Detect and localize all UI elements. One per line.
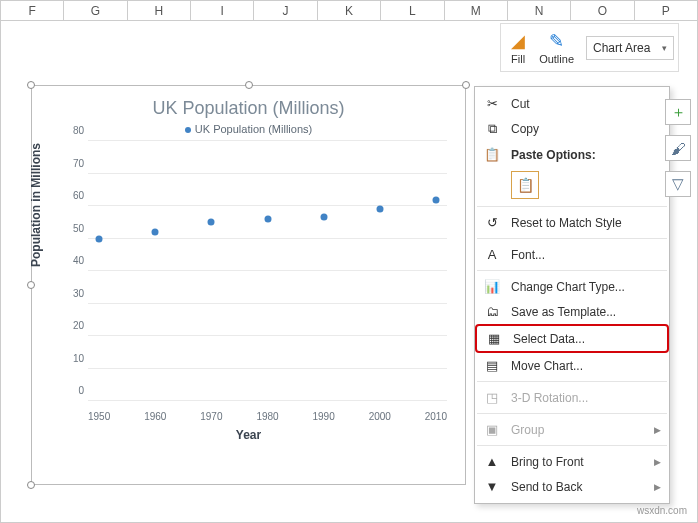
menu-save-template[interactable]: 🗂 Save as Template... <box>475 299 669 324</box>
y-axis-ticks: 0 10 20 30 40 50 60 70 80 <box>58 141 84 401</box>
menu-font[interactable]: A Font... <box>475 242 669 267</box>
paste-option-button[interactable]: 📋 <box>511 171 539 199</box>
chevron-right-icon: ▶ <box>654 425 661 435</box>
chevron-down-icon: ▾ <box>662 43 667 53</box>
menu-move-chart[interactable]: ▤ Move Chart... <box>475 353 669 378</box>
chart-legend[interactable]: UK Population (Millions) <box>32 123 465 135</box>
col-header[interactable]: O <box>571 1 634 20</box>
menu-label: Copy <box>511 122 539 136</box>
col-header[interactable]: L <box>381 1 444 20</box>
x-tick: 1980 <box>256 411 278 422</box>
y-tick: 50 <box>73 222 84 233</box>
legend-marker-icon <box>185 127 191 133</box>
y-tick: 0 <box>78 385 84 396</box>
col-header[interactable]: H <box>128 1 191 20</box>
data-point[interactable] <box>376 206 383 213</box>
menu-reset-style[interactable]: ↺ Reset to Match Style <box>475 210 669 235</box>
data-point[interactable] <box>152 229 159 236</box>
x-tick: 1990 <box>313 411 335 422</box>
rotation-icon: ◳ <box>483 390 501 405</box>
menu-copy[interactable]: ⧉ Copy <box>475 116 669 142</box>
chart-title[interactable]: UK Population (Millions) <box>32 98 465 119</box>
col-header[interactable]: N <box>508 1 571 20</box>
x-tick: 1970 <box>200 411 222 422</box>
col-header[interactable]: P <box>635 1 697 20</box>
chart-filters-button[interactable]: ▽ <box>665 171 691 197</box>
menu-label: 3-D Rotation... <box>511 391 588 405</box>
legend-label: UK Population (Millions) <box>195 123 312 135</box>
col-header[interactable]: I <box>191 1 254 20</box>
chart-type-icon: 📊 <box>483 279 501 294</box>
menu-group: ▣ Group ▶ <box>475 417 669 442</box>
menu-label: Reset to Match Style <box>511 216 622 230</box>
y-tick: 80 <box>73 125 84 136</box>
x-tick: 1950 <box>88 411 110 422</box>
data-point[interactable] <box>208 219 215 226</box>
menu-label: Font... <box>511 248 545 262</box>
resize-handle[interactable] <box>27 81 35 89</box>
menu-bring-to-front[interactable]: ▲ Bring to Front ▶ <box>475 449 669 474</box>
y-tick: 40 <box>73 255 84 266</box>
data-point[interactable] <box>320 214 327 221</box>
fill-button[interactable]: ◢ Fill <box>505 28 531 67</box>
y-tick: 10 <box>73 352 84 363</box>
template-icon: 🗂 <box>483 304 501 319</box>
menu-label: Cut <box>511 97 530 111</box>
y-axis-title[interactable]: Population in Millions <box>29 125 43 285</box>
menu-label: Change Chart Type... <box>511 280 625 294</box>
menu-label: Paste Options: <box>511 148 596 162</box>
select-data-icon: ▦ <box>485 331 503 346</box>
outline-label: Outline <box>539 53 574 65</box>
move-chart-icon: ▤ <box>483 358 501 373</box>
chart-area-label: Chart Area <box>593 41 650 55</box>
menu-cut[interactable]: ✂ Cut <box>475 91 669 116</box>
col-header[interactable]: M <box>445 1 508 20</box>
paste-icon: 📋 <box>483 147 501 162</box>
data-point[interactable] <box>264 216 271 223</box>
chart-styles-button[interactable]: 🖌 <box>665 135 691 161</box>
x-axis-title[interactable]: Year <box>32 428 465 442</box>
x-tick: 2000 <box>369 411 391 422</box>
x-tick: 1960 <box>144 411 166 422</box>
menu-send-to-back[interactable]: ▼ Send to Back ▶ <box>475 474 669 499</box>
font-icon: A <box>483 247 501 262</box>
outline-button[interactable]: ✎ Outline <box>533 28 580 67</box>
y-tick: 20 <box>73 320 84 331</box>
x-axis-ticks: 1950 1960 1970 1980 1990 2000 2010 <box>88 411 447 422</box>
outline-icon: ✎ <box>549 30 564 52</box>
data-point[interactable] <box>95 235 102 242</box>
reset-icon: ↺ <box>483 215 501 230</box>
data-point[interactable] <box>433 196 440 203</box>
context-menu: ✂ Cut ⧉ Copy 📋 Paste Options: 📋 ↺ Reset … <box>474 86 670 504</box>
resize-handle[interactable] <box>245 81 253 89</box>
menu-label: Group <box>511 423 544 437</box>
col-header[interactable]: J <box>254 1 317 20</box>
x-tick: 2010 <box>425 411 447 422</box>
chart-object[interactable]: UK Population (Millions) UK Population (… <box>31 85 466 485</box>
copy-icon: ⧉ <box>483 121 501 137</box>
menu-3d-rotation: ◳ 3-D Rotation... <box>475 385 669 410</box>
send-back-icon: ▼ <box>483 479 501 494</box>
chart-side-tools: ＋ 🖌 ▽ <box>665 99 691 197</box>
group-icon: ▣ <box>483 422 501 437</box>
y-tick: 30 <box>73 287 84 298</box>
y-tick: 60 <box>73 190 84 201</box>
fill-icon: ◢ <box>511 30 525 52</box>
chart-area-selector[interactable]: Chart Area ▾ <box>586 36 674 60</box>
resize-handle[interactable] <box>462 81 470 89</box>
resize-handle[interactable] <box>27 481 35 489</box>
menu-select-data[interactable]: ▦ Select Data... <box>475 324 669 353</box>
column-header-row: F G H I J K L M N O P <box>1 1 697 21</box>
fill-label: Fill <box>511 53 525 65</box>
bring-front-icon: ▲ <box>483 454 501 469</box>
col-header[interactable]: G <box>64 1 127 20</box>
chart-elements-button[interactable]: ＋ <box>665 99 691 125</box>
col-header[interactable]: F <box>1 1 64 20</box>
watermark: wsxdn.com <box>637 505 687 516</box>
menu-change-chart-type[interactable]: 📊 Change Chart Type... <box>475 274 669 299</box>
menu-label: Save as Template... <box>511 305 616 319</box>
plot-area[interactable]: 0 10 20 30 40 50 60 70 80 <box>88 141 447 401</box>
col-header[interactable]: K <box>318 1 381 20</box>
chevron-right-icon: ▶ <box>654 482 661 492</box>
menu-label: Bring to Front <box>511 455 584 469</box>
